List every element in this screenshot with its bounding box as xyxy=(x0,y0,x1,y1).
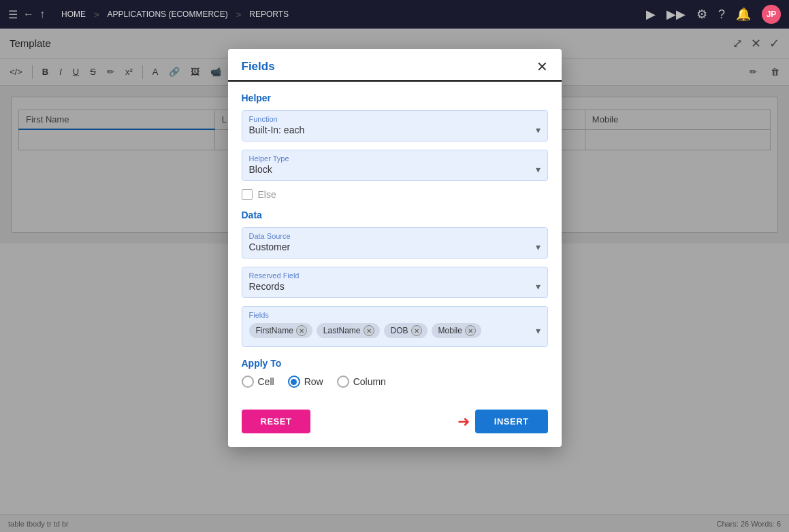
up-icon[interactable]: ↑ xyxy=(39,8,45,20)
nav-app-link[interactable]: APPLICATIONS (ECOMMERCE) xyxy=(108,10,228,19)
apply-to-label: Apply To xyxy=(242,358,548,369)
data-source-group: Data Source Customer ▾ Customer xyxy=(242,227,548,259)
radio-cell[interactable]: Cell xyxy=(242,376,274,388)
forward-icon[interactable]: ▶▶ xyxy=(666,7,686,22)
fields-group: Fields FirstName ✕ LastName ✕ xyxy=(242,306,548,347)
help-icon[interactable]: ? xyxy=(718,7,725,22)
apply-to-section: Apply To Cell Row xyxy=(242,358,548,388)
fields-modal: Fields ✕ Helper Function Built-In: each … xyxy=(228,49,562,447)
remove-firstname-button[interactable]: ✕ xyxy=(296,325,307,336)
play-icon[interactable]: ▶ xyxy=(646,7,656,22)
helper-type-select-container[interactable]: Helper Type Block ▾ Block xyxy=(242,150,548,181)
else-checkbox[interactable] xyxy=(242,189,253,200)
field-tag-mobile: Mobile ✕ xyxy=(432,323,481,338)
reserved-field-group: Reserved Field Records ▾ Records xyxy=(242,267,548,298)
fields-tags: FirstName ✕ LastName ✕ DOB ✕ xyxy=(249,323,541,338)
avatar[interactable]: JP xyxy=(762,5,781,24)
radio-circle-cell xyxy=(242,376,254,388)
modal-body: Helper Function Built-In: each ▾ Built-I… xyxy=(228,82,562,399)
radio-inner-row xyxy=(291,379,297,385)
data-section-label: Data xyxy=(242,210,548,220)
arrow-indicator: ➜ xyxy=(457,413,470,431)
top-navigation: ☰ ← ↑ HOME > APPLICATIONS (ECOMMERCE) > … xyxy=(0,0,789,29)
bell-icon[interactable]: 🔔 xyxy=(736,7,751,22)
helper-section-label: Helper xyxy=(242,93,548,103)
modal-title: Fields xyxy=(242,60,275,73)
fields-dropdown-arrow[interactable]: ▾ xyxy=(536,325,541,336)
radio-circle-row xyxy=(288,376,300,388)
helper-type-group: Helper Type Block ▾ Block xyxy=(242,150,548,181)
modal-footer: RESET ➜ INSERT xyxy=(228,399,562,447)
data-section: Data Data Source Customer ▾ Customer xyxy=(242,210,548,347)
remove-dob-button[interactable]: ✕ xyxy=(411,325,422,336)
insert-button[interactable]: INSERT xyxy=(475,410,548,433)
remove-mobile-button[interactable]: ✕ xyxy=(465,325,476,336)
back-icon[interactable]: ← xyxy=(23,8,34,20)
fields-top-label: Fields xyxy=(249,311,541,319)
fields-container[interactable]: Fields FirstName ✕ LastName ✕ xyxy=(242,306,548,347)
radio-row: Cell Row Column xyxy=(242,376,548,388)
field-tag-lastname: LastName ✕ xyxy=(317,323,380,338)
modal-overlay: Fields ✕ Helper Function Built-In: each … xyxy=(0,29,789,532)
settings-icon[interactable]: ⚙ xyxy=(696,7,707,22)
function-select-container[interactable]: Function Built-In: each ▾ Built-In: each xyxy=(242,110,548,142)
field-tag-firstname: FirstName ✕ xyxy=(249,323,312,338)
insert-area: ➜ INSERT xyxy=(457,410,548,433)
nav-sep-3: > xyxy=(236,10,242,20)
radio-row[interactable]: Row xyxy=(288,376,323,388)
radio-column[interactable]: Column xyxy=(337,376,386,388)
radio-circle-column xyxy=(337,376,349,388)
else-row: Else xyxy=(242,189,548,200)
main-area: Template ⤢ ✕ ✓ </> B I U S ✏ x² A 🔗 🖼 📹 … xyxy=(0,29,789,532)
modal-header: Fields ✕ xyxy=(228,49,562,82)
remove-lastname-button[interactable]: ✕ xyxy=(364,325,374,336)
nav-home-link[interactable]: HOME xyxy=(61,10,86,19)
modal-close-button[interactable]: ✕ xyxy=(536,60,548,73)
nav-right-controls: ▶ ▶▶ ⚙ ? 🔔 JP xyxy=(646,5,781,24)
reserved-field-select-container[interactable]: Reserved Field Records ▾ Records xyxy=(242,267,548,298)
menu-icon[interactable]: ☰ xyxy=(8,8,18,21)
nav-sep-2: > xyxy=(94,10,99,20)
function-group: Function Built-In: each ▾ Built-In: each xyxy=(242,110,548,142)
nav-reports-link[interactable]: REPORTS xyxy=(249,10,289,19)
data-source-select-container[interactable]: Data Source Customer ▾ Customer xyxy=(242,227,548,259)
reset-button[interactable]: RESET xyxy=(242,410,311,433)
field-tag-dob: DOB ✕ xyxy=(384,323,428,338)
else-label: Else xyxy=(258,189,276,200)
